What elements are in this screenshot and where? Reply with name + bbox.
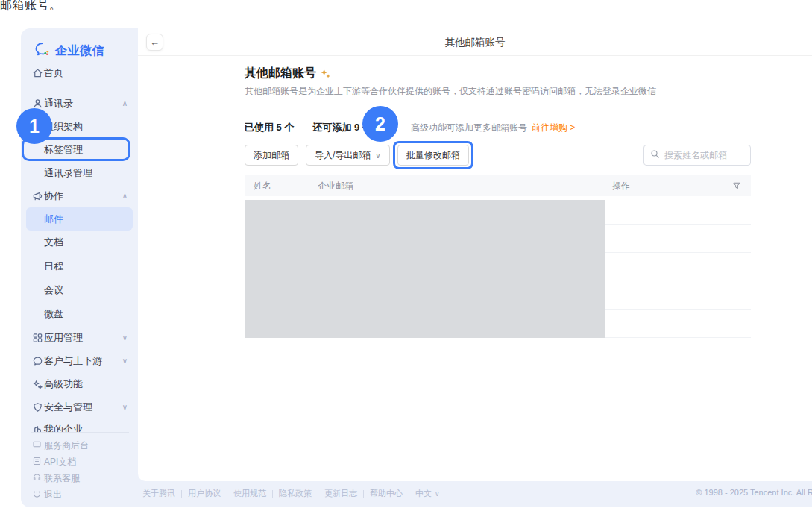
sidebar-item-collaboration[interactable]: 协作 ∧ [21,184,138,207]
chevron-up-icon: ∧ [122,99,128,107]
page-topbar: ← 其他邮箱账号 [138,28,812,56]
search-input[interactable] [664,150,744,160]
redacted-table-rows [245,200,605,338]
sidebar-item-docs[interactable]: 文档 [21,231,138,254]
grid-icon [32,332,43,343]
brand-name: 企业微信 [55,43,104,59]
headset-icon [32,473,43,484]
sidebar-item-my-company-clipped[interactable]: 我的企业 [21,421,138,432]
sidebar-item-advanced-features[interactable]: 高级功能 [21,372,138,395]
sidebar-item-customers[interactable]: 客户与上下游 ∨ [21,349,138,372]
sidebar-item-drive[interactable]: 微盘 [21,302,138,326]
footer: 关于腾讯 用户协议 使用规范 隐私政策 更新日志 帮助中心 中文 ∨ © 199… [138,481,812,507]
sidebar: 企业微信 首页 通讯录 ∧ 组织架构 标签管理 通讯录管理 协作 ∧ 邮件 [21,28,138,507]
clipped-instruction-text: 邮箱账号。 [0,0,62,13]
footer-links: 关于腾讯 用户协议 使用规范 隐私政策 更新日志 帮助中心 中文 ∨ [142,488,440,499]
search-box [643,145,751,166]
sparkle-icon [320,68,331,79]
section-description: 其他邮箱账号是为企业上下游等合作伙伴提供的账号，仅支持通过账号密码访问邮箱，无法… [245,85,751,98]
chat-bubble-icon [32,355,43,366]
footer-link-user-agreement[interactable]: 用户协议 [188,488,221,499]
console-icon [32,440,43,451]
usage-row: 已使用 5 个 还可添加 9 个 高级功能可添加更多邮箱账号 前往增购 > [245,121,751,134]
chevron-up-icon: ∧ [122,192,128,200]
sidebar-item-contacts-management[interactable]: 通讯录管理 [21,161,138,184]
sparkle-wand-icon [32,378,43,389]
annotation-step-badge-2: 2 [362,106,398,142]
chevron-down-icon: ∨ [122,357,128,365]
horizontal-divider [245,110,751,110]
page-title: 其他邮箱账号 [138,28,812,56]
upgrade-promo-text: 高级功能可添加更多邮箱账号 [411,122,527,134]
building-icon [32,424,43,433]
power-icon [32,489,43,501]
sidebar-item-schedule[interactable]: 日程 [21,254,138,278]
language-selector[interactable]: 中文 ∨ [415,488,440,499]
footer-link-about[interactable]: 关于腾讯 [142,488,175,499]
column-header-name: 姓名 [254,175,271,196]
footer-link-usage-rules[interactable]: 使用规范 [233,488,266,499]
collaboration-icon [32,190,43,201]
sidebar-item-mail[interactable]: 邮件 [26,207,133,231]
sidebar-item-logout[interactable]: 退出 [21,486,138,503]
batch-edit-mailbox-button[interactable]: 批量修改邮箱 [397,145,469,166]
document-icon [32,457,43,468]
chevron-down-icon: ∨ [375,151,380,160]
wecom-bubble-icon [34,41,51,60]
filter-funnel-icon[interactable] [732,181,741,192]
footer-link-privacy[interactable]: 隐私政策 [279,488,312,499]
sidebar-item-home[interactable]: 首页 [21,61,138,84]
vertical-separator [303,123,303,132]
purchase-more-link[interactable]: 前往增购 > [532,122,575,134]
annotation-step-badge-1: 1 [16,108,52,144]
search-icon [650,148,660,162]
mailbox-table: 姓名 企业邮箱 操作 [245,175,751,338]
table-header: 姓名 企业邮箱 操作 [245,175,751,196]
column-header-email: 企业邮箱 [318,175,353,196]
footer-link-changelog[interactable]: 更新日志 [324,488,357,499]
sidebar-item-provider-console[interactable]: 服务商后台 [21,437,138,454]
sidebar-item-contact-support[interactable]: 联系客服 [21,470,138,486]
sidebar-item-api-docs[interactable]: API文档 [21,454,138,470]
shield-icon [32,401,43,413]
import-export-mailbox-button[interactable]: 导入/导出邮箱 ∨ [306,145,390,166]
sidebar-divider [31,432,129,433]
chevron-down-icon: ∨ [435,490,440,498]
used-count: 已使用 5 个 [245,121,294,134]
copyright-text: © 1998 - 2025 Tencent Inc. All R [696,488,812,497]
main-panel: ← 其他邮箱账号 其他邮箱账号 其他邮箱账号是为企业上下游等合作伙伴提供的账号，… [138,28,812,481]
sidebar-item-security-management[interactable]: 安全与管理 ∨ [21,395,138,419]
chevron-down-icon: ∨ [122,333,128,342]
brand-logo: 企业微信 [21,40,138,61]
table-body [245,196,751,338]
home-icon [32,67,43,78]
toolbar: 添加邮箱 导入/导出邮箱 ∨ 批量修改邮箱 [245,145,751,166]
sidebar-item-app-management[interactable]: 应用管理 ∨ [21,326,138,349]
section-heading: 其他邮箱账号 [245,66,316,81]
add-mailbox-button[interactable]: 添加邮箱 [245,145,298,166]
app-window: 企业微信 首页 通讯录 ∧ 组织架构 标签管理 通讯录管理 协作 ∧ 邮件 [21,28,812,507]
contacts-icon [32,98,43,109]
chevron-down-icon: ∨ [122,403,128,411]
sidebar-item-meeting[interactable]: 会议 [21,278,138,302]
footer-link-help-center[interactable]: 帮助中心 [370,488,403,499]
column-header-actions: 操作 [612,175,630,196]
content-area: 其他邮箱账号 其他邮箱账号是为企业上下游等合作伙伴提供的账号，仅支持通过账号密码… [138,56,812,338]
